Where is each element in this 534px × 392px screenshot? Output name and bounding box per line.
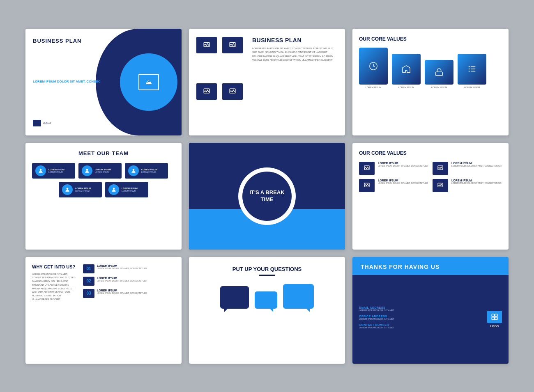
slide2-img-4 (222, 83, 243, 100)
core-img-3 (359, 179, 375, 192)
slide-2-business-plan-content: BUSINESS PLAN LOREM IPSUM DOLOR SIT AMET… (189, 29, 345, 135)
team-member-3: LOREM IPSUM LOREM IPSUM (125, 163, 168, 179)
team-name-3: LOREM IPSUM (141, 168, 157, 171)
break-inner-circle: IT'S A BREAK TIME (242, 172, 292, 221)
num-content-2: LOREM IPSUM LOREM IPSUM DOLOR SIT AMET, … (97, 277, 147, 283)
office-value: LOREM IPSUM DOLOR SIT AMET (359, 318, 481, 320)
email-value: LOREM IPSUM DOLOR SIT AMET (359, 309, 481, 312)
avatar-3 (128, 165, 139, 176)
slide1-title: BUSINESS PLAN (33, 38, 104, 44)
team-row-2: LOREM IPSUM LOREM IPSUM LOREM IPSUM LORE… (32, 182, 175, 197)
svg-point-5 (40, 169, 42, 171)
num-content-3: LOREM IPSUM LOREM IPSUM DOLOR SIT AMET, … (97, 289, 147, 295)
office-label: OFFICE ADDRESS (359, 315, 481, 318)
num-badge-3: 03 (83, 289, 94, 298)
value-icon-3 (425, 60, 453, 85)
slide2-img-3 (196, 83, 217, 100)
email-label: EMAIL ADDRESS (359, 306, 481, 309)
svg-rect-14 (492, 314, 494, 316)
team-name-1: LOREM IPSUM (48, 168, 64, 171)
core-img-2 (433, 162, 448, 175)
num-content-1: LOREM IPSUM LOREM IPSUM DOLOR SIT AMET, … (97, 264, 147, 271)
break-circle: IT'S A BREAK TIME (238, 167, 296, 225)
slide7-list: 01 LOREM IPSUM LOREM IPSUM DOLOR SIT AME… (83, 264, 175, 356)
svg-rect-4 (436, 72, 443, 76)
slide6-title: OUR CORE VALUES (359, 150, 502, 156)
team-text-1: LOREM IPSUM LOREM IPSUM (48, 168, 64, 173)
team-text-4: LOREM IPSUM LOREM IPSUM (75, 187, 91, 192)
bubble-dark (220, 286, 249, 309)
team-row-1: LOREM IPSUM LOREM IPSUM LOREM IPSUM LORE… (32, 163, 175, 179)
core-img-4 (433, 179, 448, 192)
core-img-1 (359, 162, 375, 175)
team-text-2: LOREM IPSUM LOREM IPSUM (95, 168, 111, 173)
slide9-logo: LOGO (487, 311, 502, 328)
slide2-body: LOREM IPSUM DOLOR SIT AMET, CONSECTETUER… (252, 47, 338, 62)
contact-value: LOREM IPSUM DOLOR SIT AMET (359, 326, 481, 329)
slide1-subtitle: LOREM IPSUM DOLOR SIT AMET, CONSEC (33, 79, 104, 84)
contact-info: EMAIL ADDRESS LOREM IPSUM DOLOR SIT AMET… (359, 306, 481, 332)
slide2-text: BUSINESS PLAN LOREM IPSUM DOLOR SIT AMET… (252, 37, 338, 127)
contact-label: CONTACT NUMBER (359, 323, 481, 326)
value-card-2: LOREM IPSUM (392, 54, 421, 89)
slide7-title: WHY GET INTO US? (32, 264, 77, 269)
team-member-5: LOREM IPSUM LOREM IPSUM (105, 182, 148, 197)
team-name-4: LOREM IPSUM (75, 187, 91, 190)
slide9-contact-section: EMAIL ADDRESS LOREM IPSUM DOLOR SIT AMET… (352, 275, 509, 364)
numbered-item-3: 03 LOREM IPSUM LOREM IPSUM DOLOR SIT AME… (83, 289, 175, 298)
slide1-logo: LOGO (33, 120, 104, 126)
break-text: IT'S A BREAK TIME (249, 189, 284, 203)
slide9-logo-text: LOGO (490, 325, 499, 328)
slide8-divider (259, 275, 275, 276)
core-text-4: LOREM IPSUM LOREM IPSUM DOLOR SIT AMET, … (451, 179, 502, 185)
team-role-1: LOREM IPSUM (48, 171, 64, 173)
bubble-blue-large (283, 284, 314, 309)
slide-7-why-us: WHY GET INTO US? LOREM IPSUM DOLOR SIT A… (25, 257, 182, 364)
slide2-image-grid (196, 37, 246, 127)
value-label-3: LOREM IPSUM (431, 86, 447, 89)
value-icon-2 (392, 54, 421, 85)
numbered-item-1: 01 LOREM IPSUM LOREM IPSUM DOLOR SIT AME… (83, 264, 175, 273)
core-item-2: LOREM IPSUM LOREM IPSUM DOLOR SIT AMET, … (433, 162, 502, 175)
value-card-3: LOREM IPSUM (425, 60, 453, 89)
team-role-4: LOREM IPSUM (75, 190, 91, 192)
core-item-1: LOREM IPSUM LOREM IPSUM DOLOR SIT AMET, … (359, 162, 428, 175)
svg-rect-15 (495, 314, 497, 316)
slide2-img-2 (222, 37, 243, 53)
slide7-left-text: WHY GET INTO US? LOREM IPSUM DOLOR SIT A… (32, 264, 77, 356)
slide3-title: OUR CORE VALUES (359, 36, 502, 42)
slide2-img-1 (196, 37, 217, 53)
slide-5-break-time: IT'S A BREAK TIME (189, 143, 345, 250)
avatar-1 (35, 165, 46, 176)
bubble-blue-small (255, 291, 277, 309)
slide8-title: PUT UP YOUR QUESTIONS (232, 266, 302, 272)
svg-point-8 (67, 188, 69, 190)
slide-grid: BUSINESS PLAN LOREM IPSUM DOLOR SIT AMET… (13, 16, 521, 376)
value-icon-1 (359, 48, 388, 85)
num-badge-1: 01 (83, 264, 94, 273)
numbered-item-2: 02 LOREM IPSUM LOREM IPSUM DOLOR SIT AME… (83, 277, 175, 286)
core-text-2: LOREM IPSUM LOREM IPSUM DOLOR SIT AMET, … (451, 162, 502, 168)
team-name-2: LOREM IPSUM (95, 168, 111, 171)
team-role-5: LOREM IPSUM (122, 190, 138, 192)
value-card-1: LOREM IPSUM (359, 48, 388, 89)
value-label-1: LOREM IPSUM (366, 86, 382, 89)
value-label-4: LOREM IPSUM (464, 86, 480, 89)
contact-row: CONTACT NUMBER LOREM IPSUM DOLOR SIT AME… (359, 323, 481, 329)
team-grid: LOREM IPSUM LOREM IPSUM LOREM IPSUM LORE… (32, 163, 175, 197)
slide-3-core-values-v1: OUR CORE VALUES LOREM IPSUM LOREM IPSUM … (352, 29, 509, 135)
email-row: EMAIL ADDRESS LOREM IPSUM DOLOR SIT AMET (359, 306, 481, 312)
team-name-5: LOREM IPSUM (122, 187, 138, 190)
team-role-3: LOREM IPSUM (141, 171, 157, 173)
value-label-2: LOREM IPSUM (398, 86, 414, 89)
logo-box (487, 311, 502, 323)
core-item-3: LOREM IPSUM LOREM IPSUM DOLOR SIT AMET, … (359, 179, 428, 192)
slide-9-thanks: THANKS FOR HAVING US EMAIL ADDRESS LOREM… (352, 257, 509, 364)
core-item-4: LOREM IPSUM LOREM IPSUM DOLOR SIT AMET, … (433, 179, 502, 192)
num-badge-2: 02 (83, 277, 94, 286)
logo-icon (33, 120, 41, 126)
slide-4-meet-team: MEET OUR TEAM LOREM IPSUM LOREM IPSUM (25, 143, 182, 250)
svg-rect-17 (495, 317, 497, 320)
slide-8-questions: PUT UP YOUR QUESTIONS (189, 257, 345, 364)
team-role-2: LOREM IPSUM (95, 171, 111, 173)
